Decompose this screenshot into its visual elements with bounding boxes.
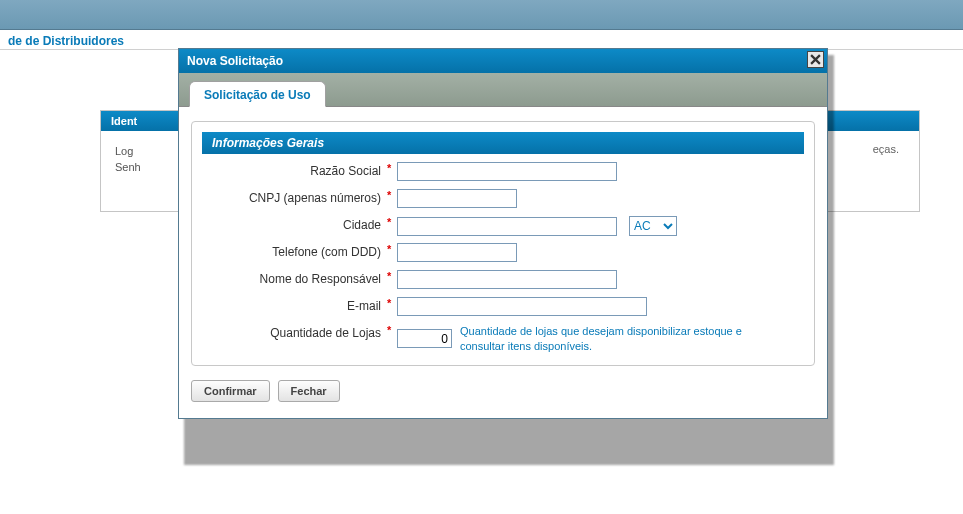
- input-email[interactable]: [397, 297, 647, 316]
- modal-title-bar: Nova Solicitação: [179, 49, 827, 73]
- label-email: E-mail: [202, 295, 387, 313]
- label-cnpj: CNPJ (apenas números): [202, 187, 387, 205]
- close-icon: [810, 54, 821, 65]
- label-telefone: Telefone (com DDD): [202, 241, 387, 259]
- row-cnpj: CNPJ (apenas números) *: [202, 187, 804, 213]
- required-marker: *: [387, 187, 397, 201]
- row-email: E-mail *: [202, 295, 804, 321]
- required-marker: *: [387, 295, 397, 309]
- breadcrumb-strip: de de Distribuidores: [0, 30, 963, 50]
- row-cidade: Cidade * AC: [202, 214, 804, 240]
- label-quantidade-lojas: Quantidade de Lojas: [202, 322, 387, 340]
- modal-close-button[interactable]: [807, 51, 824, 68]
- row-quantidade-lojas: Quantidade de Lojas * Quantidade de loja…: [202, 322, 804, 354]
- confirm-button[interactable]: Confirmar: [191, 380, 270, 402]
- bg-right-text: eças.: [873, 143, 899, 155]
- required-marker: *: [387, 322, 397, 336]
- row-telefone: Telefone (com DDD) *: [202, 241, 804, 267]
- label-cidade: Cidade: [202, 214, 387, 232]
- tab-solicitacao-uso[interactable]: Solicitação de Uso: [189, 81, 326, 107]
- row-razao-social: Razão Social *: [202, 160, 804, 186]
- input-cnpj[interactable]: [397, 189, 517, 208]
- row-responsavel: Nome do Responsável *: [202, 268, 804, 294]
- required-marker: *: [387, 214, 397, 228]
- top-banner: [0, 0, 963, 30]
- help-text-quantidade: Quantidade de lojas que desejam disponib…: [460, 324, 780, 354]
- input-razao-social[interactable]: [397, 162, 617, 181]
- modal-title-text: Nova Solicitação: [187, 54, 283, 68]
- section-header-informacoes: Informações Gerais: [202, 132, 804, 154]
- label-responsavel: Nome do Responsável: [202, 268, 387, 286]
- input-responsavel[interactable]: [397, 270, 617, 289]
- tab-strip: Solicitação de Uso: [179, 73, 827, 107]
- button-row: Confirmar Fechar: [191, 380, 815, 402]
- select-uf[interactable]: AC: [629, 216, 677, 236]
- form-container: Informações Gerais Razão Social * CNPJ (…: [191, 121, 815, 366]
- close-button[interactable]: Fechar: [278, 380, 340, 402]
- input-telefone[interactable]: [397, 243, 517, 262]
- input-quantidade-lojas[interactable]: [397, 329, 452, 348]
- required-marker: *: [387, 160, 397, 174]
- required-marker: *: [387, 241, 397, 255]
- required-marker: *: [387, 268, 397, 282]
- input-cidade[interactable]: [397, 217, 617, 236]
- modal-nova-solicitacao: Nova Solicitação Solicitação de Uso Info…: [178, 48, 828, 419]
- page-link-distribuidores[interactable]: de de Distribuidores: [0, 30, 132, 52]
- modal-body: Informações Gerais Razão Social * CNPJ (…: [179, 107, 827, 418]
- label-razao-social: Razão Social: [202, 160, 387, 178]
